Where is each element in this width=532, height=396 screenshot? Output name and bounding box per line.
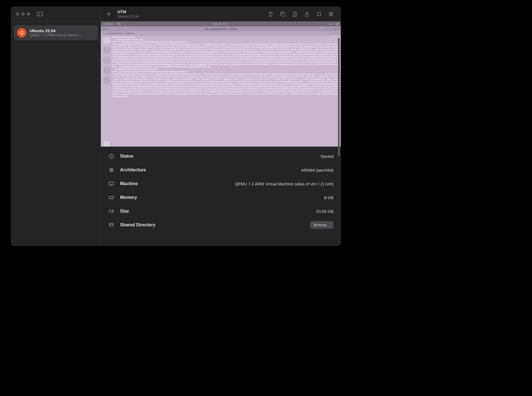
display-icon (108, 182, 115, 186)
dock-tilix-icon (103, 57, 110, 64)
vm-name: Ubuntu 22.04 (30, 28, 82, 33)
app-title: UTM (117, 9, 139, 14)
gnome-top-bar: Activities Tilix Feb 28 10:17 ▲ 🔊 ⏻ (101, 21, 341, 26)
app-window: UTM Ubuntu 22.04 Ubuntu 22.04 QEMU 7.2 A… (11, 7, 341, 246)
svg-point-41 (112, 211, 113, 211)
new-file-icon[interactable] (291, 11, 299, 17)
svg-rect-35 (109, 196, 113, 199)
zoom-icon[interactable] (27, 12, 30, 16)
svg-rect-4 (282, 13, 285, 16)
terminal-output: ude webrtc/STUN.cpp Compiling webrtc/TUR… (112, 36, 339, 145)
size-value: 20.05 GB (316, 209, 334, 214)
machine-value: QEMU 7.2 ARM Virtual Machine (alias of v… (235, 182, 334, 186)
cpu-icon (108, 167, 115, 172)
vm-screenshot[interactable]: Activities Tilix Feb 28 10:17 ▲ 🔊 ⏻ 1/1 … (101, 21, 341, 147)
svg-point-18 (22, 31, 23, 32)
status-value: Started (320, 154, 334, 159)
dock-firefox-icon (103, 37, 110, 44)
close-icon[interactable] (16, 12, 19, 16)
sidebar-vm-item[interactable]: Ubuntu 22.04 QEMU 7.2 ARM Virtual Machin… (14, 25, 98, 40)
dock-apps-grid-icon (104, 141, 110, 147)
sidebar-toggle-button[interactable] (37, 12, 43, 16)
gnome-clock: Feb 28 10:17 (101, 23, 341, 25)
ubuntu-icon (17, 28, 26, 37)
svg-point-17 (20, 32, 21, 33)
window-controls[interactable] (16, 12, 30, 16)
vm-subtitle: QEMU 7.2 ARM Virtual Machin… (30, 33, 82, 37)
svg-point-42 (109, 223, 113, 225)
svg-rect-33 (109, 182, 113, 185)
gnome-dock (102, 37, 111, 147)
info-row-status: Status Started (108, 149, 334, 163)
disk-icon (108, 210, 115, 213)
svg-point-19 (22, 34, 23, 35)
svg-rect-23 (110, 169, 113, 171)
add-vm-button[interactable] (104, 11, 113, 17)
tilix-title: Tilix: syang@ubuntu: ~/aspen (101, 28, 341, 30)
browse-button[interactable]: Browse… (310, 221, 334, 229)
dock-app-icon (103, 76, 110, 84)
info-row-architecture: Architecture ARM64 (aarch64) (108, 163, 334, 177)
tilix-header: 1/1 ‹ › + Tilix: syang@ubuntu: ~/aspen 🔍… (101, 26, 341, 31)
scrollbar[interactable] (338, 38, 340, 243)
info-row-size: Size 20.05 GB (108, 204, 334, 218)
app-subtitle: Ubuntu 22.04 (117, 14, 139, 19)
title-block: UTM Ubuntu 22.04 (117, 9, 139, 19)
memory-icon (108, 196, 115, 199)
svg-point-12 (332, 12, 333, 13)
minimize-icon[interactable] (21, 12, 25, 16)
trash-icon[interactable] (267, 11, 275, 17)
svg-point-13 (329, 13, 331, 15)
svg-rect-8 (317, 12, 321, 16)
settings-icon[interactable] (327, 12, 335, 16)
vm-info: Status Started Architecture ARM64 (aarch… (101, 147, 341, 246)
dock-files-icon (103, 47, 110, 54)
sidebar: Ubuntu 22.04 QEMU 7.2 ARM Virtual Machin… (11, 21, 101, 246)
terminal-tab: 1: syang@ubuntu: ~/aspen ▾ — ▢ ✕ (101, 31, 341, 36)
svg-point-22 (111, 155, 112, 155)
stop-icon[interactable] (315, 12, 323, 16)
svg-rect-0 (37, 12, 43, 16)
duplicate-icon[interactable] (279, 11, 287, 17)
terminal-tab-close-icon: — ▢ ✕ (330, 32, 339, 35)
dock-app-icon (103, 67, 110, 74)
svg-point-14 (331, 15, 332, 16)
svg-rect-24 (111, 169, 112, 170)
memory-value: 8 GB (324, 195, 334, 200)
info-row-machine: Machine QEMU 7.2 ARM Virtual Machine (al… (108, 177, 334, 191)
scrollbar-thumb[interactable] (338, 38, 340, 156)
info-row-memory: Memory 8 GB (108, 191, 334, 204)
detail-pane: Activities Tilix Feb 28 10:17 ▲ 🔊 ⏻ 1/1 … (101, 21, 341, 246)
titlebar: UTM Ubuntu 22.04 (11, 7, 341, 21)
info-icon (108, 154, 115, 159)
share-icon[interactable] (303, 11, 311, 17)
info-row-shared-directory: Shared Directory Browse… (108, 218, 334, 232)
architecture-value: ARM64 (aarch64) (301, 168, 334, 172)
folder-share-icon (108, 223, 115, 227)
